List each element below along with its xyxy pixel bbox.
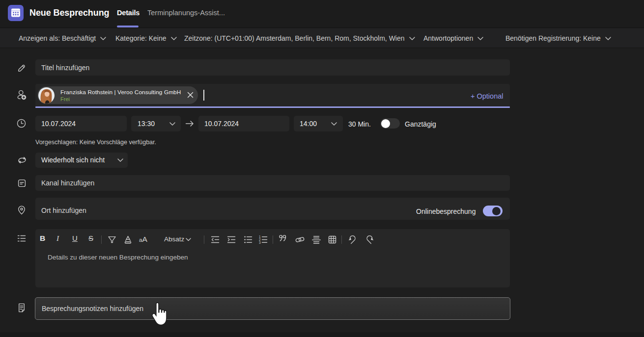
svg-text:3: 3: [259, 241, 261, 244]
